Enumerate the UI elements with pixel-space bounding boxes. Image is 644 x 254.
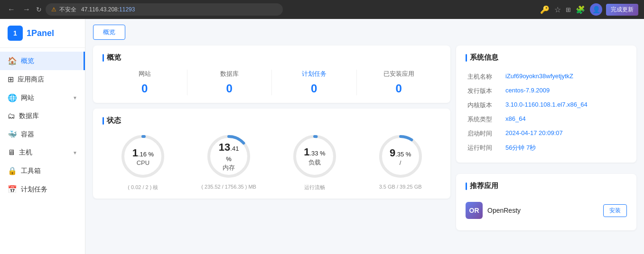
info-row: 运行时间 56分钟 7秒 bbox=[466, 141, 627, 155]
info-value: centos-7.9.2009 bbox=[504, 84, 627, 98]
star-icon[interactable]: ☆ bbox=[554, 5, 561, 14]
recommend-name-openresty: OpenResty bbox=[487, 207, 598, 214]
stat-label[interactable]: 计划任务 bbox=[272, 70, 356, 78]
recommend-title: 推荐应用 bbox=[466, 181, 627, 190]
address-bar[interactable]: ⚠ 不安全 47.116.43.208:11293 bbox=[46, 3, 283, 16]
recommend-list: OR OpenResty 安装 bbox=[466, 198, 627, 223]
status-card: 状态 1.16 % CPU ( 0.02 / 2 ) 核 bbox=[93, 109, 450, 199]
gauge-text-disk: 9.35 % / bbox=[390, 147, 411, 166]
stat-label: 数据库 bbox=[187, 70, 272, 78]
key-icon[interactable]: 🔑 bbox=[540, 5, 550, 14]
info-row: 发行版本 centos-7.9.2009 bbox=[466, 84, 627, 98]
status-card-title: 状态 bbox=[103, 116, 441, 125]
app-store-icon: ⊞ bbox=[8, 75, 14, 84]
chevron-icon: ▼ bbox=[73, 150, 77, 155]
sidebar-item-label: 计划任务 bbox=[21, 185, 47, 194]
info-value: 3.10.0-1160.108.1.el7.x86_64 bbox=[504, 98, 627, 112]
gauge-sub-load: 运行流畅 bbox=[304, 184, 325, 191]
stat-value: 0 bbox=[103, 82, 187, 95]
database-icon: 🗂 bbox=[8, 112, 15, 120]
chevron-icon: ▼ bbox=[73, 95, 77, 100]
sidebar-item-cron[interactable]: 📅 计划任务 bbox=[0, 180, 85, 199]
gauge-cpu: 1.16 % CPU ( 0.02 / 2 ) 核 bbox=[103, 133, 184, 191]
system-info-title: 系统信息 bbox=[466, 53, 627, 62]
install-button-openresty[interactable]: 安装 bbox=[603, 204, 627, 217]
browser-toolbar: 🔑 ☆ ⊞ 🧩 👤 bbox=[540, 3, 602, 16]
stat-label: 已安装应用 bbox=[357, 70, 441, 78]
info-row: 启动时间 2024-04-17 20:09:07 bbox=[466, 127, 627, 141]
info-label: 内核版本 bbox=[466, 98, 504, 112]
stat-value: 0 bbox=[187, 82, 272, 95]
sidebar-item-database[interactable]: 🗂 数据库 bbox=[0, 107, 85, 125]
overview-card: 概览 网站 0 数据库 0 计划任务 0 已安装应用 0 bbox=[93, 45, 450, 103]
recommend-item-openresty: OR OpenResty 安装 bbox=[466, 198, 627, 223]
sidebar-item-overview[interactable]: 🏠 概览 bbox=[0, 52, 85, 70]
sidebar-item-label: 主机 bbox=[19, 148, 32, 157]
stats-row: 网站 0 数据库 0 计划任务 0 已安装应用 0 bbox=[103, 70, 441, 95]
info-label: 启动时间 bbox=[466, 127, 504, 141]
recommend-icon-openresty: OR bbox=[466, 202, 483, 219]
sidebar: 1 1Panel 🏠 概览 ⊞ 应用商店 🌐 网站 ▼ 🗂 数据库 🐳 容器 🖥… bbox=[0, 19, 85, 254]
info-row: 主机名称 iZuf69oyokn38wfyetjytkZ bbox=[466, 70, 627, 84]
system-info-card: 系统信息 主机名称 iZuf69oyokn38wfyetjytkZ 发行版本 c… bbox=[456, 45, 636, 163]
back-button[interactable]: ← bbox=[6, 4, 17, 15]
sidebar-item-label: 数据库 bbox=[19, 112, 39, 120]
gauge-memory: 13.41 % 内存 ( 235.52 / 1756.35 ) MB bbox=[188, 133, 270, 190]
info-label: 主机名称 bbox=[466, 70, 504, 84]
gauge-load: 1.33 % 负载 运行流畅 bbox=[274, 133, 355, 191]
sidebar-item-container[interactable]: 🐳 容器 bbox=[0, 125, 85, 144]
left-col: 概览 网站 0 数据库 0 计划任务 0 已安装应用 0 状态 1 bbox=[93, 45, 450, 236]
logo-text: 1Panel bbox=[27, 28, 54, 38]
overview-icon: 🏠 bbox=[8, 56, 17, 65]
gauge-sub-memory: ( 235.52 / 1756.35 ) MB bbox=[201, 184, 256, 190]
stat-value: 0 bbox=[357, 82, 441, 95]
sidebar-item-website[interactable]: 🌐 网站 ▼ bbox=[0, 89, 85, 107]
forward-button[interactable]: → bbox=[21, 4, 32, 15]
info-row: 内核版本 3.10.0-1160.108.1.el7.x86_64 bbox=[466, 98, 627, 112]
sidebar-item-label: 应用商店 bbox=[18, 75, 44, 84]
puzzle-icon[interactable]: 🧩 bbox=[576, 5, 585, 14]
security-warning-icon: ⚠ bbox=[51, 6, 56, 13]
recommend-card: 推荐应用 OR OpenResty 安装 bbox=[456, 174, 636, 230]
website-icon: 🌐 bbox=[8, 93, 17, 102]
info-value: 2024-04-17 20:09:07 bbox=[504, 127, 627, 141]
cron-icon: 📅 bbox=[8, 185, 17, 194]
gauge-text-cpu: 1.16 % CPU bbox=[132, 147, 154, 166]
gauge-circle-disk: 9.35 % / bbox=[377, 133, 424, 180]
refresh-button[interactable]: ↻ bbox=[36, 6, 42, 13]
sidebar-menu: 🏠 概览 ⊞ 应用商店 🌐 网站 ▼ 🗂 数据库 🐳 容器 🖥 主机 ▼ 🔒 工… bbox=[0, 48, 85, 202]
info-value: x86_64 bbox=[504, 112, 627, 127]
gauge-circle-cpu: 1.16 % CPU bbox=[119, 133, 167, 180]
ext-icon[interactable]: ⊞ bbox=[566, 6, 571, 13]
app-layout: 1 1Panel 🏠 概览 ⊞ 应用商店 🌐 网站 ▼ 🗂 数据库 🐳 容器 🖥… bbox=[0, 19, 644, 254]
stat-value: 0 bbox=[272, 82, 356, 95]
sidebar-item-label: 网站 bbox=[21, 94, 34, 102]
sidebar-item-toolbox[interactable]: 🔒 工具箱 bbox=[0, 162, 85, 180]
sidebar-item-label: 工具箱 bbox=[21, 167, 41, 175]
right-panel: 系统信息 主机名称 iZuf69oyokn38wfyetjytkZ 发行版本 c… bbox=[456, 45, 636, 236]
stat-item: 数据库 0 bbox=[187, 70, 272, 95]
info-label: 系统类型 bbox=[466, 112, 504, 127]
info-label: 运行时间 bbox=[466, 141, 504, 155]
host-icon: 🖥 bbox=[8, 148, 15, 157]
complete-update-button[interactable]: 完成更新 bbox=[606, 4, 638, 16]
tab-overview[interactable]: 概览 bbox=[93, 25, 125, 40]
gauge-text-memory: 13.41 % 内存 bbox=[217, 141, 241, 172]
gauge-sub-disk: 3.5 GB / 39.25 GB bbox=[379, 184, 422, 190]
info-value: iZuf69oyokn38wfyetjytkZ bbox=[504, 70, 627, 84]
info-row: 系统类型 x86_64 bbox=[466, 112, 627, 127]
sidebar-logo: 1 1Panel bbox=[0, 19, 85, 48]
gauge-sub-cpu: ( 0.02 / 2 ) 核 bbox=[128, 184, 158, 191]
gauge-text-load: 1.33 % 负载 bbox=[304, 146, 326, 167]
overview-card-title: 概览 bbox=[103, 53, 441, 62]
logo-icon: 1 bbox=[8, 26, 23, 41]
info-label: 发行版本 bbox=[466, 84, 504, 98]
gauge-disk: 9.35 % / 3.5 GB / 39.25 GB bbox=[360, 133, 441, 190]
sidebar-item-host[interactable]: 🖥 主机 ▼ bbox=[0, 144, 85, 162]
stat-item: 网站 0 bbox=[103, 70, 187, 95]
stat-label: 网站 bbox=[103, 70, 187, 78]
content-row: 概览 网站 0 数据库 0 计划任务 0 已安装应用 0 状态 1 bbox=[93, 45, 636, 236]
sidebar-item-label: 概览 bbox=[21, 57, 34, 65]
user-avatar[interactable]: 👤 bbox=[590, 3, 602, 16]
sidebar-item-app-store[interactable]: ⊞ 应用商店 bbox=[0, 70, 85, 89]
